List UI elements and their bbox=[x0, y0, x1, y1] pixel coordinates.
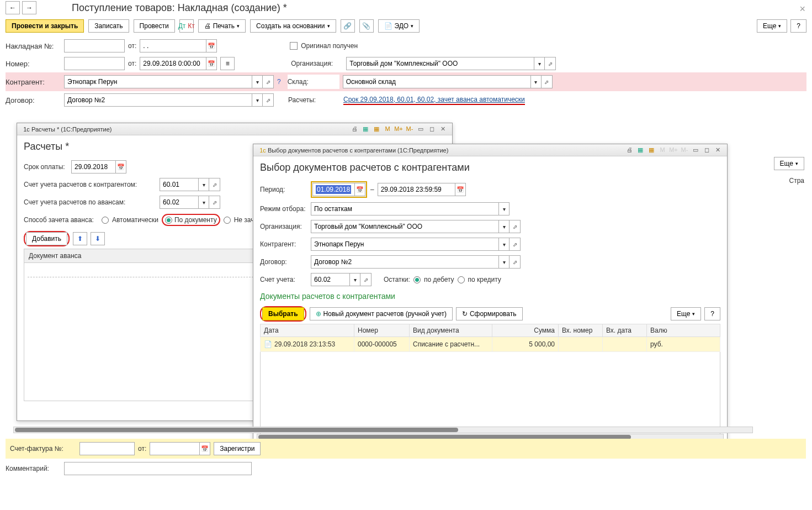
create-based-on-button[interactable]: Создать на основании bbox=[250, 19, 336, 33]
dropdown-icon[interactable]: ▾ bbox=[198, 178, 209, 191]
col-indate[interactable]: Вх. дата bbox=[603, 324, 647, 337]
m-icon[interactable]: M bbox=[383, 125, 392, 133]
win2-more-button[interactable]: Еще bbox=[671, 307, 701, 320]
m-icon[interactable]: M bbox=[657, 146, 667, 154]
period-from-input[interactable]: 01.09.2018 bbox=[312, 183, 354, 196]
help-link[interactable]: ? bbox=[277, 78, 281, 86]
more-button[interactable]: Еще bbox=[757, 19, 787, 33]
method-auto-radio[interactable] bbox=[102, 217, 109, 224]
dropdown-icon[interactable]: ▾ bbox=[498, 238, 510, 251]
calendar2-icon[interactable]: ▦ bbox=[371, 125, 381, 133]
dropdown-icon[interactable]: ▾ bbox=[534, 57, 545, 70]
number-input[interactable] bbox=[64, 57, 125, 70]
dropdown-icon[interactable]: ▾ bbox=[349, 273, 360, 286]
post-button[interactable]: Провести bbox=[134, 19, 175, 33]
help-button[interactable]: ? bbox=[790, 19, 806, 33]
table-row[interactable]: 📄29.09.2018 23:13:53 0000-000005 Списани… bbox=[261, 337, 720, 352]
open-icon[interactable]: ⬀ bbox=[545, 57, 556, 70]
open-icon[interactable]: ⬀ bbox=[510, 255, 521, 269]
open-icon[interactable]: ⬀ bbox=[263, 93, 274, 107]
print-button[interactable]: 🖨 Печать bbox=[198, 19, 246, 33]
m-minus-icon[interactable]: M- bbox=[405, 125, 415, 133]
due-date-input[interactable] bbox=[71, 160, 115, 173]
m-minus-icon[interactable]: M- bbox=[680, 146, 689, 154]
open-icon[interactable]: ⬀ bbox=[510, 220, 521, 233]
dropdown-icon[interactable]: ▾ bbox=[498, 255, 510, 269]
calendar-icon[interactable]: ▦ bbox=[635, 146, 645, 154]
sf-number-input[interactable] bbox=[79, 442, 135, 455]
account-input[interactable] bbox=[311, 273, 349, 286]
print-icon[interactable]: 🖨 bbox=[624, 146, 634, 154]
organization-input[interactable] bbox=[346, 57, 534, 70]
m-plus-icon[interactable]: M+ bbox=[394, 125, 404, 133]
sf-date-input[interactable] bbox=[150, 442, 199, 455]
select-button[interactable]: Выбрать bbox=[262, 307, 304, 320]
list-icon-button[interactable]: ≡ bbox=[220, 57, 235, 70]
calendar-icon[interactable] bbox=[206, 39, 217, 52]
register-button[interactable]: Зарегистри bbox=[214, 442, 261, 455]
dropdown-icon[interactable]: ▾ bbox=[498, 202, 510, 215]
advance-account-input[interactable] bbox=[160, 196, 198, 209]
nav-forward-button[interactable]: → bbox=[22, 1, 36, 14]
minimize-icon[interactable]: ▭ bbox=[691, 146, 700, 154]
nav-back-button[interactable]: ← bbox=[6, 1, 20, 14]
post-and-close-button[interactable]: Провести и закрыть bbox=[6, 19, 84, 33]
attach-icon-button[interactable]: 📎 bbox=[359, 19, 374, 33]
dropdown-icon[interactable]: ▾ bbox=[198, 196, 209, 209]
cp-input[interactable] bbox=[311, 238, 498, 251]
add-button[interactable]: Добавить bbox=[26, 232, 67, 245]
main-scrollbar[interactable] bbox=[13, 427, 753, 433]
col-number[interactable]: Номер bbox=[354, 324, 410, 337]
contract-input[interactable] bbox=[311, 255, 498, 269]
dropdown-icon[interactable]: ▾ bbox=[252, 75, 263, 88]
generate-button[interactable]: ↻ Сформировать bbox=[456, 307, 523, 320]
col-innum[interactable]: Вх. номер bbox=[559, 324, 603, 337]
calc-link[interactable]: Срок 29.09.2018, 60.01, 60.02, зачет ава… bbox=[343, 96, 525, 105]
dropdown-icon[interactable]: ▾ bbox=[252, 93, 263, 107]
docs-table[interactable]: Дата Номер Вид документа Сумма Вх. номер… bbox=[260, 324, 720, 352]
open-icon[interactable]: ⬀ bbox=[263, 75, 274, 88]
open-icon[interactable]: ⬀ bbox=[209, 178, 220, 191]
contract-input[interactable] bbox=[64, 93, 252, 107]
calendar-icon[interactable] bbox=[354, 183, 365, 196]
warehouse-input[interactable] bbox=[343, 75, 530, 88]
open-icon[interactable]: ⬀ bbox=[510, 238, 521, 251]
org-input[interactable] bbox=[311, 220, 498, 233]
calendar-icon[interactable] bbox=[455, 183, 466, 196]
save-button[interactable]: Записать bbox=[88, 19, 129, 33]
dtkt-icon-button[interactable]: ДтКт bbox=[179, 19, 194, 33]
close-icon[interactable]: ✕ bbox=[713, 146, 723, 154]
move-down-button[interactable]: ⬇ bbox=[91, 232, 105, 245]
open-icon[interactable]: ⬀ bbox=[360, 273, 371, 286]
pin-icon[interactable]: ◻ bbox=[427, 125, 437, 133]
pin-icon[interactable]: ◻ bbox=[702, 146, 712, 154]
method-none-radio[interactable] bbox=[224, 217, 231, 224]
open-icon[interactable]: ⬀ bbox=[209, 196, 220, 209]
from-date-2-input[interactable] bbox=[140, 57, 206, 70]
side-more-button[interactable]: Еще bbox=[774, 157, 804, 170]
calendar-icon[interactable] bbox=[199, 442, 210, 455]
print-icon[interactable]: 🖨 bbox=[349, 125, 359, 133]
m-plus-icon[interactable]: M+ bbox=[668, 146, 678, 154]
comment-input[interactable] bbox=[64, 462, 252, 475]
balance-credit-radio[interactable] bbox=[458, 276, 465, 283]
calendar-icon-2[interactable] bbox=[206, 57, 217, 70]
counterparty-input[interactable] bbox=[64, 75, 252, 88]
move-up-button[interactable]: ⬆ bbox=[73, 232, 87, 245]
method-bydoc-radio[interactable] bbox=[165, 217, 172, 224]
from-date-1-input[interactable] bbox=[140, 39, 206, 52]
open-icon[interactable]: ⬀ bbox=[542, 75, 553, 88]
close-icon[interactable]: ✕ bbox=[438, 125, 448, 133]
invoice-no-input[interactable] bbox=[64, 39, 125, 52]
period-to-input[interactable] bbox=[378, 183, 455, 196]
col-date[interactable]: Дата bbox=[261, 324, 354, 337]
original-received-checkbox[interactable] bbox=[290, 42, 298, 50]
calendar-icon[interactable] bbox=[115, 160, 126, 173]
balance-debit-radio[interactable] bbox=[413, 276, 421, 283]
mode-input[interactable] bbox=[311, 202, 498, 215]
win2-help-button[interactable]: ? bbox=[704, 307, 720, 320]
calendar-icon[interactable]: ▦ bbox=[360, 125, 370, 133]
minimize-icon[interactable]: ▭ bbox=[416, 125, 426, 133]
dropdown-icon[interactable]: ▾ bbox=[530, 75, 542, 88]
col-doctype[interactable]: Вид документа bbox=[410, 324, 492, 337]
